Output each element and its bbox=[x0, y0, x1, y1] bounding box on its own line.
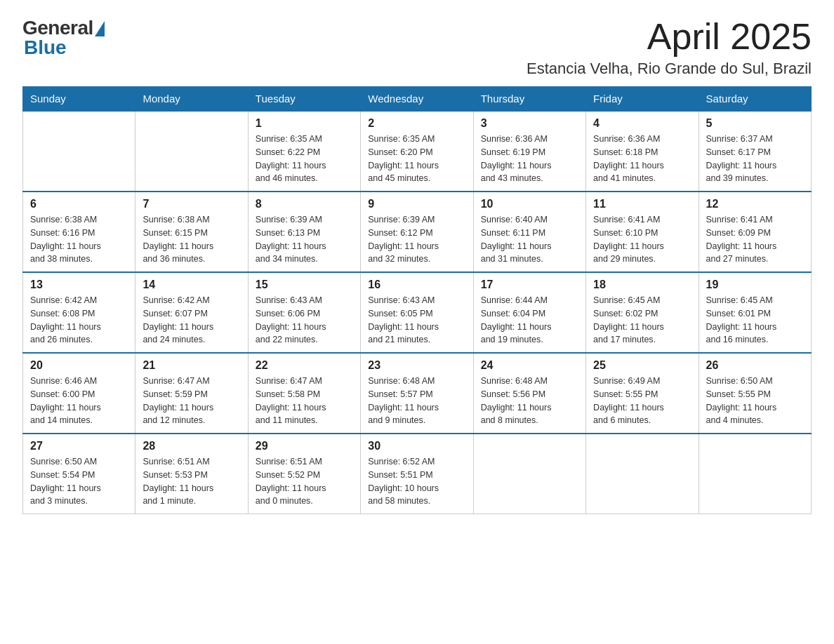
day-number: 8 bbox=[256, 198, 353, 210]
calendar-cell: 5Sunrise: 6:37 AM Sunset: 6:17 PM Daylig… bbox=[699, 111, 811, 192]
day-info: Sunrise: 6:39 AM Sunset: 6:12 PM Dayligh… bbox=[368, 213, 465, 266]
calendar-week-row-3: 20Sunrise: 6:46 AM Sunset: 6:00 PM Dayli… bbox=[23, 353, 812, 434]
calendar-cell bbox=[699, 434, 811, 514]
day-info: Sunrise: 6:47 AM Sunset: 5:58 PM Dayligh… bbox=[256, 375, 353, 427]
day-number: 21 bbox=[143, 359, 240, 372]
day-info: Sunrise: 6:48 AM Sunset: 5:57 PM Dayligh… bbox=[368, 375, 465, 427]
calendar-header-wednesday: Wednesday bbox=[361, 87, 473, 112]
day-info: Sunrise: 6:49 AM Sunset: 5:55 PM Dayligh… bbox=[593, 375, 691, 427]
calendar-cell: 8Sunrise: 6:39 AM Sunset: 6:13 PM Daylig… bbox=[248, 192, 360, 272]
calendar-cell: 17Sunrise: 6:44 AM Sunset: 6:04 PM Dayli… bbox=[473, 272, 585, 353]
day-info: Sunrise: 6:42 AM Sunset: 6:07 PM Dayligh… bbox=[143, 294, 240, 347]
calendar-cell: 6Sunrise: 6:38 AM Sunset: 6:16 PM Daylig… bbox=[23, 192, 135, 272]
calendar-week-row-1: 6Sunrise: 6:38 AM Sunset: 6:16 PM Daylig… bbox=[23, 192, 812, 272]
day-info: Sunrise: 6:43 AM Sunset: 6:05 PM Dayligh… bbox=[368, 294, 465, 347]
calendar-week-row-2: 13Sunrise: 6:42 AM Sunset: 6:08 PM Dayli… bbox=[23, 272, 812, 353]
calendar-cell: 1Sunrise: 6:35 AM Sunset: 6:22 PM Daylig… bbox=[248, 111, 360, 192]
day-info: Sunrise: 6:35 AM Sunset: 6:20 PM Dayligh… bbox=[368, 133, 465, 185]
day-info: Sunrise: 6:41 AM Sunset: 6:09 PM Dayligh… bbox=[706, 213, 804, 266]
calendar-cell: 29Sunrise: 6:51 AM Sunset: 5:52 PM Dayli… bbox=[248, 434, 360, 514]
calendar-cell: 11Sunrise: 6:41 AM Sunset: 6:10 PM Dayli… bbox=[586, 192, 699, 272]
calendar-header-friday: Friday bbox=[586, 87, 699, 112]
calendar-cell bbox=[23, 111, 135, 192]
day-info: Sunrise: 6:42 AM Sunset: 6:08 PM Dayligh… bbox=[30, 294, 128, 347]
calendar-header-saturday: Saturday bbox=[699, 87, 811, 112]
calendar-header-monday: Monday bbox=[135, 87, 248, 112]
calendar-cell: 10Sunrise: 6:40 AM Sunset: 6:11 PM Dayli… bbox=[473, 192, 585, 272]
calendar-cell: 12Sunrise: 6:41 AM Sunset: 6:09 PM Dayli… bbox=[699, 192, 811, 272]
day-number: 5 bbox=[706, 117, 804, 130]
day-number: 16 bbox=[368, 279, 465, 291]
calendar-header-row: SundayMondayTuesdayWednesdayThursdayFrid… bbox=[23, 87, 812, 112]
day-number: 20 bbox=[30, 359, 128, 372]
calendar-week-row-0: 1Sunrise: 6:35 AM Sunset: 6:22 PM Daylig… bbox=[23, 111, 812, 192]
day-info: Sunrise: 6:38 AM Sunset: 6:16 PM Dayligh… bbox=[30, 213, 128, 266]
day-info: Sunrise: 6:45 AM Sunset: 6:01 PM Dayligh… bbox=[706, 294, 804, 347]
day-number: 10 bbox=[481, 198, 578, 210]
logo-blue-text: Blue bbox=[24, 36, 67, 59]
day-number: 28 bbox=[143, 440, 240, 452]
calendar-cell: 22Sunrise: 6:47 AM Sunset: 5:58 PM Dayli… bbox=[248, 353, 360, 434]
day-info: Sunrise: 6:48 AM Sunset: 5:56 PM Dayligh… bbox=[481, 375, 578, 427]
calendar-cell: 27Sunrise: 6:50 AM Sunset: 5:54 PM Dayli… bbox=[23, 434, 135, 514]
day-info: Sunrise: 6:40 AM Sunset: 6:11 PM Dayligh… bbox=[481, 213, 578, 266]
day-info: Sunrise: 6:51 AM Sunset: 5:52 PM Dayligh… bbox=[256, 455, 353, 508]
day-info: Sunrise: 6:35 AM Sunset: 6:22 PM Dayligh… bbox=[256, 133, 353, 185]
day-number: 14 bbox=[143, 279, 240, 291]
day-info: Sunrise: 6:47 AM Sunset: 5:59 PM Dayligh… bbox=[143, 375, 240, 427]
day-number: 22 bbox=[256, 359, 353, 372]
day-number: 7 bbox=[143, 198, 240, 210]
day-number: 26 bbox=[706, 359, 804, 372]
calendar-cell: 7Sunrise: 6:38 AM Sunset: 6:15 PM Daylig… bbox=[135, 192, 248, 272]
day-number: 11 bbox=[593, 198, 691, 210]
day-number: 17 bbox=[481, 279, 578, 291]
day-number: 6 bbox=[30, 198, 128, 210]
day-number: 24 bbox=[481, 359, 578, 372]
day-info: Sunrise: 6:41 AM Sunset: 6:10 PM Dayligh… bbox=[593, 213, 691, 266]
calendar-cell: 16Sunrise: 6:43 AM Sunset: 6:05 PM Dayli… bbox=[361, 272, 473, 353]
day-info: Sunrise: 6:50 AM Sunset: 5:54 PM Dayligh… bbox=[30, 455, 128, 508]
day-info: Sunrise: 6:37 AM Sunset: 6:17 PM Dayligh… bbox=[706, 133, 804, 185]
day-info: Sunrise: 6:45 AM Sunset: 6:02 PM Dayligh… bbox=[593, 294, 691, 347]
day-info: Sunrise: 6:50 AM Sunset: 5:55 PM Dayligh… bbox=[706, 375, 804, 427]
day-info: Sunrise: 6:39 AM Sunset: 6:13 PM Dayligh… bbox=[256, 213, 353, 266]
day-number: 13 bbox=[30, 279, 128, 291]
day-number: 27 bbox=[30, 440, 128, 452]
calendar-table: SundayMondayTuesdayWednesdayThursdayFrid… bbox=[22, 86, 812, 514]
calendar-cell: 23Sunrise: 6:48 AM Sunset: 5:57 PM Dayli… bbox=[361, 353, 473, 434]
location-title: Estancia Velha, Rio Grande do Sul, Brazi… bbox=[527, 60, 812, 78]
calendar-header-thursday: Thursday bbox=[473, 87, 585, 112]
day-number: 25 bbox=[593, 359, 691, 372]
day-info: Sunrise: 6:36 AM Sunset: 6:18 PM Dayligh… bbox=[593, 133, 691, 185]
calendar-cell: 19Sunrise: 6:45 AM Sunset: 6:01 PM Dayli… bbox=[699, 272, 811, 353]
day-number: 3 bbox=[481, 117, 578, 130]
calendar-cell bbox=[473, 434, 585, 514]
calendar-cell: 2Sunrise: 6:35 AM Sunset: 6:20 PM Daylig… bbox=[361, 111, 473, 192]
calendar-cell: 26Sunrise: 6:50 AM Sunset: 5:55 PM Dayli… bbox=[699, 353, 811, 434]
day-number: 1 bbox=[256, 117, 353, 130]
day-number: 2 bbox=[368, 117, 465, 130]
calendar-cell: 20Sunrise: 6:46 AM Sunset: 6:00 PM Dayli… bbox=[23, 353, 135, 434]
calendar-cell: 15Sunrise: 6:43 AM Sunset: 6:06 PM Dayli… bbox=[248, 272, 360, 353]
month-title: April 2025 bbox=[527, 17, 812, 57]
calendar-cell bbox=[135, 111, 248, 192]
day-number: 12 bbox=[706, 198, 804, 210]
calendar-cell: 25Sunrise: 6:49 AM Sunset: 5:55 PM Dayli… bbox=[586, 353, 699, 434]
calendar-cell: 21Sunrise: 6:47 AM Sunset: 5:59 PM Dayli… bbox=[135, 353, 248, 434]
day-info: Sunrise: 6:46 AM Sunset: 6:00 PM Dayligh… bbox=[30, 375, 128, 427]
day-number: 30 bbox=[368, 440, 465, 452]
day-number: 9 bbox=[368, 198, 465, 210]
calendar-cell: 30Sunrise: 6:52 AM Sunset: 5:51 PM Dayli… bbox=[361, 434, 473, 514]
day-number: 4 bbox=[593, 117, 691, 130]
calendar-cell: 9Sunrise: 6:39 AM Sunset: 6:12 PM Daylig… bbox=[361, 192, 473, 272]
calendar-cell: 14Sunrise: 6:42 AM Sunset: 6:07 PM Dayli… bbox=[135, 272, 248, 353]
day-number: 19 bbox=[706, 279, 804, 291]
day-number: 18 bbox=[593, 279, 691, 291]
day-info: Sunrise: 6:52 AM Sunset: 5:51 PM Dayligh… bbox=[368, 455, 465, 508]
day-info: Sunrise: 6:51 AM Sunset: 5:53 PM Dayligh… bbox=[143, 455, 240, 508]
calendar-cell: 13Sunrise: 6:42 AM Sunset: 6:08 PM Dayli… bbox=[23, 272, 135, 353]
calendar-cell: 24Sunrise: 6:48 AM Sunset: 5:56 PM Dayli… bbox=[473, 353, 585, 434]
calendar-cell: 3Sunrise: 6:36 AM Sunset: 6:19 PM Daylig… bbox=[473, 111, 585, 192]
day-number: 23 bbox=[368, 359, 465, 372]
day-info: Sunrise: 6:36 AM Sunset: 6:19 PM Dayligh… bbox=[481, 133, 578, 185]
